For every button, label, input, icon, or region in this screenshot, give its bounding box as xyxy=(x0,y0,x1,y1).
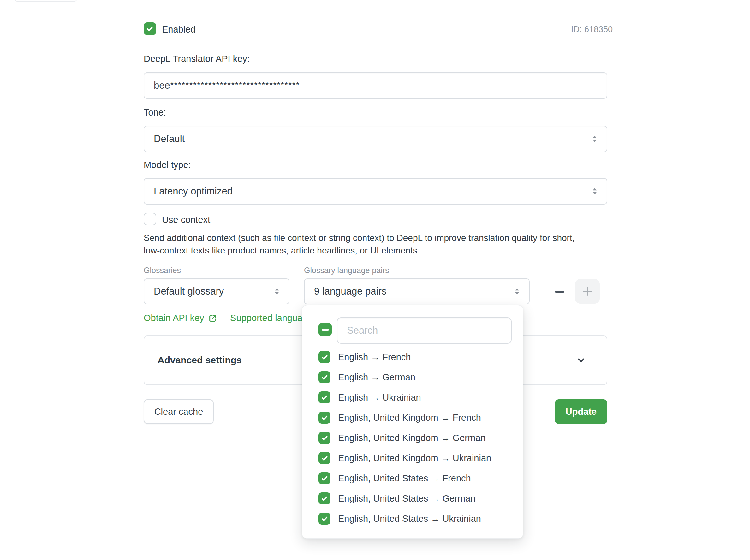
minus-icon xyxy=(555,291,564,293)
pairs-search-input[interactable] xyxy=(337,317,512,344)
glossaries-label: Glossaries xyxy=(144,266,181,275)
language-pair-option[interactable]: English, United Kingdom → French xyxy=(319,407,513,428)
glossary-pairs-select[interactable]: 9 language pairs xyxy=(304,278,530,304)
help-links-row: Obtain API key Supported languages xyxy=(144,313,317,323)
chevron-down-icon xyxy=(576,355,587,365)
language-pair-option[interactable]: English, United Kingdom → German xyxy=(319,428,513,448)
external-link-icon xyxy=(208,314,218,323)
cropped-top-card xyxy=(15,0,77,2)
checkbox-checked-icon[interactable] xyxy=(319,351,330,363)
add-glossary-button[interactable] xyxy=(575,279,600,304)
tone-select[interactable]: Default xyxy=(144,126,607,152)
tone-selected-value: Default xyxy=(144,133,590,145)
language-pair-label: English, United Kingdom → French xyxy=(338,413,481,423)
language-pair-label: English → French xyxy=(338,352,411,362)
checkbox-checked-icon[interactable] xyxy=(319,493,330,504)
checkbox-checked-icon[interactable] xyxy=(319,371,330,383)
tone-label: Tone: xyxy=(144,107,166,118)
select-all-checkbox[interactable] xyxy=(319,323,332,336)
checkbox-checked-icon[interactable] xyxy=(319,412,330,424)
select-stepper-icon xyxy=(272,286,282,296)
language-pair-label: English → Ukrainian xyxy=(338,393,421,403)
checkbox-checked-icon[interactable] xyxy=(319,472,330,484)
api-key-label: DeepL Translator API key: xyxy=(144,54,250,64)
glossary-selected-value: Default glossary xyxy=(144,286,272,297)
language-pair-label: English, United States → German xyxy=(338,494,475,504)
glossary-pairs-label: Glossary language pairs xyxy=(304,266,389,275)
select-stepper-icon xyxy=(512,286,522,296)
language-pair-option[interactable]: English → French xyxy=(319,347,513,367)
obtain-api-key-link-label: Obtain API key xyxy=(144,313,204,323)
language-pair-option[interactable]: English, United States → French xyxy=(319,468,513,488)
checkbox-checked-icon[interactable] xyxy=(319,432,330,444)
integration-id: ID: 618350 xyxy=(571,25,613,35)
deepl-integration-settings-page: Enabled ID: 618350 DeepL Translator API … xyxy=(0,0,750,560)
language-pair-label: English, United Kingdom → German xyxy=(338,433,485,443)
language-pair-option[interactable]: English → Ukrainian xyxy=(319,387,513,407)
use-context-checkbox[interactable] xyxy=(144,213,156,225)
language-pair-option[interactable]: English, United States → Ukrainian xyxy=(319,508,513,529)
use-context-label: Use context xyxy=(162,215,210,225)
select-stepper-icon xyxy=(590,186,600,196)
plus-icon xyxy=(582,286,593,297)
checkbox-checked-icon[interactable] xyxy=(319,392,330,403)
checkmark-icon xyxy=(146,25,154,33)
model-type-selected-value: Latency optimized xyxy=(144,186,590,197)
glossary-pairs-selected-value: 9 language pairs xyxy=(305,286,512,297)
checkbox-checked-icon[interactable] xyxy=(319,452,330,464)
checkbox-checked-icon[interactable] xyxy=(319,513,330,525)
glossary-select[interactable]: Default glossary xyxy=(144,278,289,304)
enabled-checkbox[interactable] xyxy=(144,22,156,35)
use-context-description: Send additional context (such as file co… xyxy=(144,232,592,257)
language-pairs-dropdown: English → French English → German Englis… xyxy=(302,305,523,539)
enabled-label: Enabled xyxy=(162,24,196,35)
indeterminate-icon xyxy=(322,328,329,331)
obtain-api-key-link[interactable]: Obtain API key xyxy=(144,313,218,323)
language-pair-option[interactable]: English, United States → German xyxy=(319,488,513,508)
language-pair-label: English, United Kingdom → Ukrainian xyxy=(338,453,491,463)
language-pair-label: English, United States → Ukrainian xyxy=(338,514,481,524)
api-key-input[interactable] xyxy=(144,72,607,99)
language-pair-option[interactable]: English, United Kingdom → Ukrainian xyxy=(319,448,513,468)
language-pair-label: English → German xyxy=(338,372,415,383)
model-type-select[interactable]: Latency optimized xyxy=(144,178,607,204)
remove-glossary-button[interactable] xyxy=(550,283,569,301)
clear-cache-button[interactable]: Clear cache xyxy=(144,399,214,424)
model-type-label: Model type: xyxy=(144,160,191,170)
language-pair-option[interactable]: English → German xyxy=(319,367,513,387)
language-pair-label: English, United States → French xyxy=(338,473,471,484)
select-stepper-icon xyxy=(590,134,600,144)
update-button[interactable]: Update xyxy=(555,399,607,424)
language-pair-list: English → French English → German Englis… xyxy=(319,347,513,529)
